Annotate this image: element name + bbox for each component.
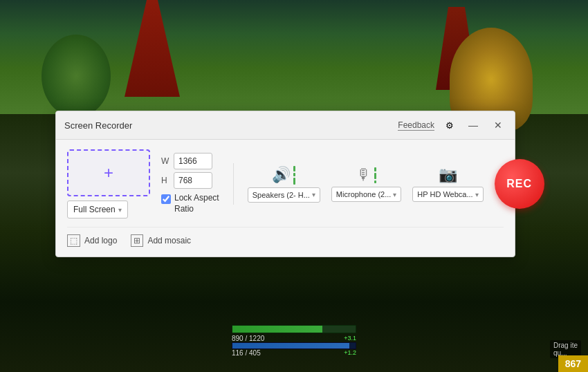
microphone-level-bars: [374, 167, 376, 183]
dialog-body: + Full Screen ▾ W H: [56, 140, 515, 257]
capture-area-box[interactable]: +: [67, 149, 150, 196]
lock-aspect-container: Lock AspectRatio: [161, 193, 219, 214]
microphone-dropdown[interactable]: Microphone (2... ▾: [331, 187, 401, 202]
microphone-icon-area: 🎙: [356, 166, 376, 184]
close-button[interactable]: ✕: [490, 117, 506, 133]
screen-mode-dropdown[interactable]: Full Screen ▾: [67, 201, 128, 218]
dialog-title-bar: Screen Recorder Feedback ⚙ — ✕: [56, 111, 515, 140]
mp-text-row: 116 / 405 +1.2: [232, 349, 356, 357]
green-tree-left: [42, 35, 111, 118]
w-label: W: [161, 156, 169, 166]
feedback-link[interactable]: Feedback: [398, 120, 434, 131]
add-mosaic-icon: ⊞: [131, 234, 143, 247]
mp-text: 116 / 405: [232, 349, 261, 357]
microphone-label: Microphone (2...: [336, 190, 391, 198]
divider-1: [233, 163, 234, 205]
speakers-control: 🔊 Speakers (2- H... ▾: [248, 166, 320, 203]
capture-plus-icon: +: [104, 165, 113, 181]
rec-label: REC: [506, 178, 532, 190]
bar-1: [293, 166, 295, 171]
gold-display: 867: [558, 355, 588, 372]
hud-center: 890 / 1220 +3.1 116 / 405 +1.2: [232, 325, 356, 357]
lock-aspect-label: Lock AspectRatio: [174, 193, 219, 214]
add-logo-label: Add logo: [84, 236, 117, 245]
speakers-icon-area: 🔊: [272, 166, 295, 185]
title-right: Feedback ⚙ — ✕: [398, 117, 506, 133]
screen-recorder-dialog: Screen Recorder Feedback ⚙ — ✕ + Ful: [55, 111, 515, 257]
speakers-label: Speakers (2- H...: [252, 191, 310, 199]
width-row: W: [161, 153, 219, 169]
dialog-title: Screen Recorder: [64, 120, 132, 131]
height-input[interactable]: [174, 172, 212, 189]
settings-icon[interactable]: ⚙: [443, 118, 457, 132]
bar-1: [374, 167, 376, 171]
minimize-button[interactable]: —: [465, 117, 481, 133]
bar-3: [293, 178, 295, 185]
title-left: Screen Recorder: [64, 120, 132, 131]
screen-mode-arrow: ▾: [118, 206, 122, 214]
hp-text: 890 / 1220: [232, 335, 264, 342]
hp-text-row: 890 / 1220 +3.1: [232, 335, 356, 342]
add-mosaic-label: Add mosaic: [147, 236, 191, 245]
screen-mode-label: Full Screen: [73, 205, 116, 214]
microphone-icon: 🎙: [356, 166, 371, 184]
bar-3: [374, 180, 376, 183]
mp-bar-fill: [232, 343, 349, 348]
lock-aspect-checkbox[interactable]: [161, 194, 171, 204]
mp-bar-bg: [232, 342, 356, 349]
hp-plus: +3.1: [344, 335, 356, 342]
microphone-control: 🎙 Microphone (2... ▾: [331, 166, 401, 202]
webcam-control: 📷 HP HD Webca... ▾: [412, 166, 483, 202]
add-mosaic-item[interactable]: ⊞ Add mosaic: [131, 234, 191, 247]
hp-bar-fill: [232, 326, 322, 333]
bar-2: [374, 173, 376, 179]
width-input[interactable]: [174, 153, 212, 169]
hp-bar-bg: [232, 325, 356, 333]
addons-row: ⬚ Add logo ⊞ Add mosaic: [67, 227, 504, 247]
speakers-level-bars: [293, 166, 295, 185]
rec-button[interactable]: REC: [495, 159, 544, 209]
mp-plus: +1.2: [344, 349, 356, 357]
add-logo-icon: ⬚: [67, 234, 80, 247]
wh-inputs: W H: [161, 153, 219, 189]
h-label: H: [161, 176, 169, 185]
webcam-icon-area: 📷: [439, 166, 457, 184]
height-row: H: [161, 172, 219, 189]
speakers-dropdown[interactable]: Speakers (2- H... ▾: [248, 187, 320, 203]
speakers-icon: 🔊: [272, 166, 291, 184]
add-logo-item[interactable]: ⬚ Add logo: [67, 234, 117, 247]
webcam-dropdown[interactable]: HP HD Webca... ▾: [412, 187, 483, 202]
controls-row: + Full Screen ▾ W H: [67, 149, 504, 218]
bar-2: [293, 173, 295, 176]
webcam-icon: 📷: [439, 166, 457, 184]
webcam-label: HP HD Webca...: [417, 190, 472, 198]
